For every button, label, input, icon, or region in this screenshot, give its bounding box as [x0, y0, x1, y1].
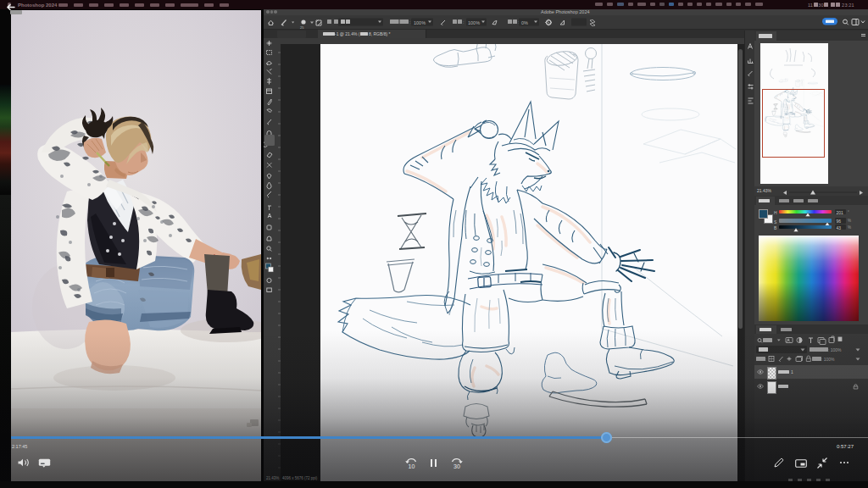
- svg-text:30: 30: [453, 463, 460, 469]
- svg-text:100%: 100%: [468, 20, 480, 25]
- svg-text::: :: [463, 19, 465, 25]
- svg-text::: :: [409, 19, 411, 25]
- svg-text:100%: 100%: [414, 20, 426, 25]
- svg-text:0%: 0%: [521, 20, 528, 25]
- svg-text:25: 25: [300, 25, 304, 30]
- svg-text:10: 10: [409, 463, 415, 469]
